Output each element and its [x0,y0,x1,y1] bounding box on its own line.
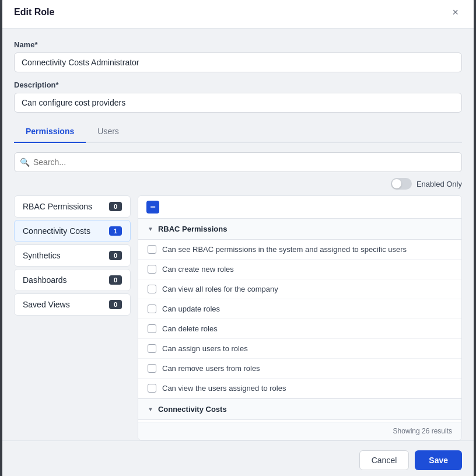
save-button[interactable]: Save [415,450,462,470]
category-synthetics-badge: 0 [109,251,122,260]
perm-row-1: Can see RBAC permissions in the system a… [138,240,461,260]
perm-checkbox-3[interactable] [148,285,156,293]
name-field: Name* [14,40,462,72]
search-row: 🔍 [14,152,462,172]
left-panel: RBAC Permissions 0 Connectivity Costs 1 … [14,195,131,440]
perm-label-8: Can view the users assigned to roles [162,384,286,393]
modal-header: Edit Role × [2,0,474,29]
category-rbac-label: RBAC Permissions [23,202,92,211]
category-connectivity[interactable]: Connectivity Costs 1 [14,220,131,242]
perm-checkbox-4[interactable] [148,304,156,313]
category-saved-views[interactable]: Saved Views 0 [14,293,131,316]
connectivity-section-title: Connectivity Costs [158,405,227,414]
perm-label-4: Can update roles [162,304,220,313]
category-synthetics[interactable]: Synthetics 0 [14,244,131,267]
rbac-section-header: ▼ RBAC Permissions [138,219,461,240]
deselect-all-button[interactable]: − [146,201,159,214]
rbac-section-title: RBAC Permissions [158,225,227,233]
connectivity-collapse-icon[interactable]: ▼ [148,406,153,412]
results-count: Showing 26 results [393,427,452,435]
enabled-only-row: Enabled Only [14,178,462,190]
perm-label-2: Can create new roles [162,265,234,274]
category-saved-views-label: Saved Views [23,300,70,309]
category-rbac[interactable]: RBAC Permissions 0 [14,195,131,218]
perm-row-6: Can assign users to roles [138,339,461,359]
category-synthetics-label: Synthetics [23,251,61,260]
enabled-only-label: Enabled Only [416,180,462,188]
enabled-only-toggle[interactable] [391,178,412,190]
search-input[interactable] [14,152,462,172]
category-connectivity-badge: 1 [109,226,122,236]
perm-checkbox-5[interactable] [148,324,156,333]
description-input[interactable] [14,93,462,113]
perm-checkbox-8[interactable] [148,384,156,393]
perm-label-1: Can see RBAC permissions in the system a… [162,245,407,254]
close-button[interactable]: × [449,6,462,19]
perm-label-7: Can remove users from roles [162,364,260,373]
perm-row-2: Can create new roles [138,260,461,279]
perm-row-5: Can delete roles [138,319,461,339]
connectivity-section-header: ▼ Connectivity Costs [138,398,461,420]
perm-checkbox-1[interactable] [148,245,156,254]
category-dashboards[interactable]: Dashboards 0 [14,269,131,291]
tabs: Permissions Users [14,121,462,143]
perm-checkbox-2[interactable] [148,265,156,274]
search-icon: 🔍 [20,158,30,167]
perm-row-4: Can update roles [138,299,461,319]
perm-row-3: Can view all roles for the company [138,279,461,299]
tab-permissions[interactable]: Permissions [14,121,86,143]
category-dashboards-label: Dashboards [23,275,67,285]
modal-overlay: Edit Role × Name* Description* Permissio… [0,0,476,476]
perm-row-8: Can view the users assigned to roles [138,379,461,398]
modal-title: Edit Role [14,7,54,18]
description-label: Description* [14,80,462,89]
edit-role-modal: Edit Role × Name* Description* Permissio… [2,0,474,476]
permissions-layout: RBAC Permissions 0 Connectivity Costs 1 … [14,195,462,440]
name-input[interactable] [14,52,462,72]
permissions-list: ▼ RBAC Permissions Can see RBAC permissi… [138,219,461,422]
category-dashboards-badge: 0 [109,275,122,285]
modal-footer: Cancel Save [2,440,474,476]
perm-checkbox-6[interactable] [148,344,156,353]
search-wrapper: 🔍 [14,152,462,172]
category-connectivity-label: Connectivity Costs [23,226,90,236]
category-rbac-badge: 0 [109,202,122,211]
modal-body: Name* Description* Permissions Users 🔍 [2,29,474,440]
perm-row-7: Can remove users from roles [138,359,461,379]
category-saved-views-badge: 0 [109,300,122,309]
rbac-collapse-icon[interactable]: ▼ [148,226,153,232]
perm-checkbox-7[interactable] [148,364,156,373]
tab-users[interactable]: Users [86,121,131,143]
description-field: Description* [14,80,462,113]
right-panel: − ▼ RBAC Permissions Can see RBAC permis… [138,195,462,440]
cancel-button[interactable]: Cancel [359,450,410,470]
perm-label-5: Can delete roles [162,324,218,333]
perm-label-6: Can assign users to roles [162,344,248,353]
perm-label-3: Can view all roles for the company [162,285,278,293]
name-label: Name* [14,40,462,49]
right-panel-footer: Showing 26 results [138,422,461,440]
